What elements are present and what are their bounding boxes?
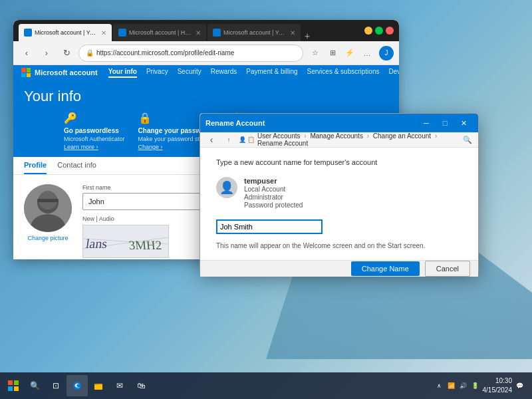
dialog-local-account: Local Account	[244, 186, 303, 193]
ms-logo-icon	[21, 68, 31, 77]
edge-icon	[72, 381, 82, 390]
tray-chevron[interactable]: ∧	[435, 381, 444, 390]
change-picture-link[interactable]: Change picture	[27, 235, 68, 241]
dialog-instruction: Type a new account name for tempuser's a…	[216, 158, 462, 166]
close-button[interactable]	[386, 27, 394, 35]
dialog-password-status: Password protected	[244, 201, 303, 209]
taskbar-mail-button[interactable]: ✉	[109, 375, 130, 396]
dialog-minimize-button[interactable]: ─	[417, 114, 436, 132]
subnav-profile[interactable]: Profile	[24, 161, 47, 174]
nav-item-devices[interactable]: Devices	[388, 68, 399, 78]
address-bar[interactable]: 🔒 https://account.microsoft.com/profile/…	[78, 45, 303, 62]
taskbar-taskview-button[interactable]: ⊡	[45, 375, 66, 396]
ms-logo-text: Microsoft account	[35, 68, 98, 76]
explorer-icon	[94, 381, 103, 390]
taskbar-store-button[interactable]: 🛍	[130, 375, 152, 396]
captcha-image: lans 3MH2	[83, 225, 168, 257]
tray-notification[interactable]: 💬	[515, 381, 524, 390]
taskbar-explorer-button[interactable]	[88, 375, 109, 396]
profile-avatar[interactable]: J	[379, 46, 394, 61]
breadcrumb-sep-2: ›	[367, 132, 369, 140]
tab-favicon-3	[213, 29, 221, 37]
dialog-cancel-button[interactable]: Cancel	[425, 261, 470, 277]
ms-nav-items: Your info Privacy Security Rewards Payme…	[108, 68, 399, 78]
extensions-button[interactable]: ⚡	[342, 45, 358, 61]
tab-close-2[interactable]: ✕	[196, 29, 201, 37]
new-tab-button[interactable]: +	[305, 31, 310, 41]
tab-close-1[interactable]: ✕	[101, 29, 106, 37]
tab-label-2: Microsoft account | Home	[129, 29, 193, 36]
password-link[interactable]: Change ›	[138, 144, 163, 150]
dialog-user-details: tempuser Local Account Administrator Pas…	[244, 177, 303, 209]
taskbar-search-button[interactable]: 🔍	[24, 375, 45, 396]
nav-item-payment[interactable]: Payment & billing	[246, 68, 297, 78]
nav-item-security[interactable]: Security	[178, 68, 201, 78]
forward-button[interactable]: ›	[39, 45, 55, 61]
dialog-up-button[interactable]: ↑	[221, 132, 236, 147]
clock-date: 4/15/2024	[483, 386, 513, 395]
tray-volume[interactable]: 🔊	[459, 381, 468, 390]
taskbar-edge-button[interactable]	[66, 375, 88, 396]
breadcrumb-sep-3: ›	[435, 132, 437, 140]
tray-network[interactable]: 📶	[447, 381, 456, 390]
nav-item-rewards[interactable]: Rewards	[211, 68, 237, 78]
nav-item-services[interactable]: Services & subscriptions	[307, 68, 380, 78]
dialog-hint: This name will appear on the Welcome scr…	[216, 242, 462, 249]
address-text: https://account.microsoft.com/profile/ed…	[96, 49, 296, 57]
dialog-search-button[interactable]: 🔍	[461, 133, 474, 146]
refresh-button[interactable]: ↻	[59, 45, 74, 61]
header-action-passwordless: 🔑 Go passwordless Microsoft Authenticato…	[64, 112, 125, 150]
svg-text:lans: lans	[85, 236, 108, 251]
favorites-button[interactable]: ☆	[307, 45, 323, 61]
breadcrumb-item-4[interactable]: Rename Account	[257, 140, 308, 147]
dialog-nav: ‹ ↑ 👤 📋 User Accounts › Manage Accounts …	[200, 132, 478, 148]
taskbar-start-button[interactable]	[3, 375, 24, 396]
dialog-user-icon: 👤	[216, 177, 237, 198]
page-title: Your info	[24, 88, 388, 105]
tray-battery[interactable]: 🔋	[471, 381, 480, 390]
settings-button[interactable]: …	[359, 45, 375, 61]
subnav-contact[interactable]: Contact info	[57, 161, 96, 174]
rename-account-dialog: Rename Account ─ □ ✕ ‹ ↑ 👤 📋 User Accoun…	[200, 113, 479, 273]
password-icon: 🔒	[138, 112, 152, 124]
change-name-button[interactable]: Change Name	[351, 261, 420, 276]
dialog-icon-2: 📋	[247, 136, 255, 143]
clock-time: 10:30	[483, 376, 513, 386]
browser-window-controls	[364, 27, 394, 35]
maximize-button[interactable]	[375, 27, 383, 35]
svg-rect-12	[8, 386, 13, 391]
desktop: Microsoft account | Your profi... ✕ Micr…	[0, 0, 532, 399]
minimize-button[interactable]	[364, 27, 372, 35]
passwordless-link[interactable]: Learn more ›	[64, 144, 98, 150]
dialog-icon-1: 👤	[239, 136, 246, 143]
dialog-titlebar: Rename Account ─ □ ✕	[200, 114, 478, 132]
collections-button[interactable]: ⊞	[325, 45, 340, 61]
nav-item-privacy[interactable]: Privacy	[146, 68, 168, 78]
dialog-username: tempuser	[244, 177, 303, 185]
tab-close-3[interactable]: ✕	[290, 29, 295, 37]
back-button[interactable]: ‹	[19, 45, 35, 61]
dialog-back-button[interactable]: ‹	[204, 132, 219, 147]
browser-tab-2[interactable]: Microsoft account | Home ✕	[113, 24, 206, 41]
dialog-close-button[interactable]: ✕	[454, 114, 473, 132]
browser-toolbar-actions: ☆ ⊞ ⚡ …	[307, 45, 375, 61]
dialog-maximize-button[interactable]: □	[436, 114, 454, 132]
svg-rect-11	[14, 380, 19, 385]
svg-rect-16	[94, 384, 98, 385]
dialog-name-input[interactable]	[216, 219, 323, 234]
browser-tab-1[interactable]: Microsoft account | Your profi... ✕	[19, 24, 112, 41]
breadcrumb-item-2[interactable]: Manage Accounts	[310, 132, 363, 140]
svg-point-14	[73, 382, 81, 390]
tab-label-3: Microsoft account | Your profi...	[223, 29, 287, 36]
breadcrumb-item-1[interactable]: User Accounts	[257, 132, 300, 140]
dialog-title: Rename Account	[205, 119, 417, 127]
browser-tab-3[interactable]: Microsoft account | Your profi... ✕	[207, 24, 301, 41]
dialog-breadcrumb: User Accounts › Manage Accounts › Change…	[257, 132, 458, 147]
breadcrumb-item-3[interactable]: Change an Account	[373, 132, 431, 140]
nav-item-yourinfo[interactable]: Your info	[108, 68, 137, 78]
browser-titlebar: Microsoft account | Your profi... ✕ Micr…	[13, 20, 399, 41]
passwordless-title: Go passwordless	[64, 127, 119, 134]
logo-sq-blue	[21, 73, 26, 78]
logo-sq-yellow	[27, 73, 31, 78]
taskbar-time[interactable]: 10:30 4/15/2024	[483, 376, 513, 395]
